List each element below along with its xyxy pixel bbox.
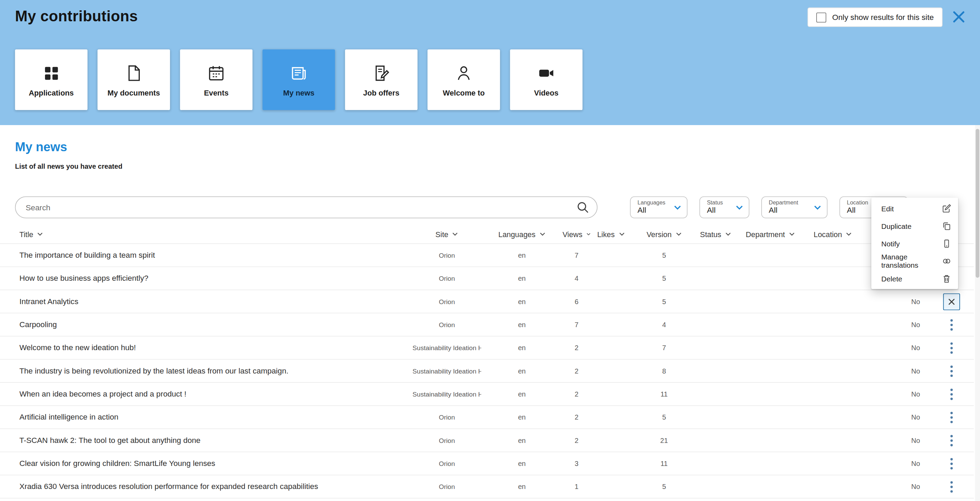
version-cell: 5: [631, 413, 697, 421]
filter-label: Location: [847, 199, 868, 206]
menu-item-notify[interactable]: Notify: [871, 235, 958, 252]
filter-status[interactable]: StatusAll: [700, 196, 749, 219]
search-icon[interactable]: [577, 201, 589, 214]
column-label: Likes: [597, 230, 615, 238]
row-menu-button[interactable]: [943, 386, 960, 402]
column-header-languages[interactable]: Languages: [481, 230, 563, 238]
calendar-icon: [207, 62, 226, 83]
title-cell[interactable]: The importance of building a team spirit: [0, 251, 412, 259]
sort-icon: [619, 232, 625, 236]
section-subtitle: List of all news you have created: [15, 163, 123, 170]
chevron-down-icon: [735, 205, 743, 210]
edit-icon: [942, 203, 951, 213]
actions-cell: [937, 340, 966, 356]
column-header-title[interactable]: Title: [0, 230, 412, 238]
title-cell[interactable]: Clear vision for growing children: Smart…: [0, 459, 412, 467]
filter-bar: LanguagesAllStatusAllDepartmentAllLocati…: [630, 196, 908, 219]
site-cell: Orion: [412, 298, 481, 305]
flag-cell: No: [894, 367, 937, 375]
column-header-site[interactable]: Site: [412, 230, 481, 238]
column-label: Location: [814, 230, 842, 238]
tab-job-offers[interactable]: Job offers: [345, 49, 418, 110]
filter-department[interactable]: DepartmentAll: [761, 196, 827, 219]
actions-cell: [937, 316, 966, 333]
row-menu-button[interactable]: [943, 432, 960, 448]
tab-my-documents[interactable]: My documents: [97, 49, 170, 110]
column-label: Views: [562, 230, 582, 238]
languages-cell: en: [481, 483, 563, 490]
tab-videos[interactable]: Videos: [510, 49, 582, 110]
table-row: Welcome to the new ideation hub!Sustaina…: [0, 337, 974, 359]
tab-applications[interactable]: Applications: [15, 49, 88, 110]
close-button[interactable]: [950, 8, 968, 26]
title-cell[interactable]: Welcome to the new ideation hub!: [0, 343, 412, 352]
vertical-scrollbar[interactable]: [975, 125, 980, 501]
close-row-menu-button[interactable]: [943, 293, 960, 310]
news-icon: [290, 62, 309, 83]
search-input[interactable]: [16, 203, 577, 212]
tab-label: Events: [204, 89, 229, 97]
title-cell[interactable]: Carpooling: [0, 320, 412, 329]
scrollbar-thumb[interactable]: [975, 129, 979, 278]
tab-label: My news: [283, 89, 315, 97]
table-row: Xradia 630 Versa introduces resolution p…: [0, 475, 974, 498]
row-context-menu: EditDuplicateNotifyManage translationsDe…: [871, 198, 958, 289]
table-row: Clear vision for growing children: Smart…: [0, 452, 974, 475]
title-cell[interactable]: When an idea becomes a project and a pro…: [0, 390, 412, 398]
title-cell[interactable]: T-SCAN hawk 2: The tool to get about any…: [0, 436, 412, 445]
title-cell[interactable]: Artificial intelligence in action: [0, 413, 412, 421]
only-this-site-filter[interactable]: Only show results for this site: [808, 8, 942, 27]
actions-cell: [937, 455, 966, 471]
row-menu-button[interactable]: [943, 340, 960, 356]
tab-label: Job offers: [363, 89, 400, 97]
column-header-version[interactable]: Version: [631, 230, 697, 238]
only-this-site-checkbox[interactable]: [816, 12, 827, 22]
column-label: Languages: [498, 230, 535, 238]
chevron-down-icon: [814, 205, 821, 210]
views-cell: 2: [562, 367, 590, 375]
site-cell: Orion: [412, 321, 481, 329]
column-header-location[interactable]: Location: [806, 230, 859, 238]
menu-item-edit[interactable]: Edit: [871, 199, 958, 217]
languages-cell: en: [481, 274, 563, 282]
translations-icon: [942, 256, 951, 265]
views-cell: 6: [562, 298, 590, 305]
title-cell[interactable]: How to use business apps efficiently?: [0, 274, 412, 282]
flag-cell: No: [894, 321, 937, 329]
languages-cell: en: [481, 367, 563, 375]
column-header-department[interactable]: Department: [735, 230, 806, 238]
site-cell: Orion: [412, 483, 481, 490]
video-camera-icon: [537, 62, 556, 83]
filter-languages[interactable]: LanguagesAll: [630, 196, 687, 219]
tab-welcome-to[interactable]: Welcome to: [428, 49, 500, 110]
table-header: TitleSiteLanguagesViewsLikesVersionStatu…: [0, 225, 974, 244]
sort-icon: [846, 232, 852, 236]
flag-cell: No: [894, 390, 937, 398]
tab-events[interactable]: Events: [180, 49, 252, 110]
row-menu-button[interactable]: [943, 455, 960, 471]
tab-label: Applications: [29, 89, 74, 97]
title-cell[interactable]: Intranet Analytics: [0, 297, 412, 306]
views-cell: 3: [562, 460, 590, 467]
languages-cell: en: [481, 460, 563, 467]
languages-cell: en: [481, 436, 563, 444]
row-menu-button[interactable]: [943, 409, 960, 425]
column-header-views[interactable]: Views: [562, 230, 590, 238]
title-cell[interactable]: The industry is being revolutionized by …: [0, 367, 412, 375]
title-cell[interactable]: Xradia 630 Versa introduces resolution p…: [0, 482, 412, 491]
column-header-likes[interactable]: Likes: [590, 230, 631, 238]
column-header-status[interactable]: Status: [697, 230, 735, 238]
menu-item-delete[interactable]: Delete: [871, 270, 958, 287]
site-cell: Sustainability Ideation Hub: [412, 367, 481, 375]
table-body: The importance of building a team spirit…: [0, 244, 974, 499]
views-cell: 2: [562, 390, 590, 398]
tab-my-news[interactable]: My news: [262, 49, 335, 110]
table-row: T-SCAN hawk 2: The tool to get about any…: [0, 429, 974, 452]
row-menu-button[interactable]: [943, 478, 960, 495]
menu-item-duplicate[interactable]: Duplicate: [871, 217, 958, 235]
row-menu-button[interactable]: [943, 316, 960, 333]
version-cell: 5: [631, 252, 697, 259]
row-menu-button[interactable]: [943, 363, 960, 379]
table-row: CarpoolingOrionen74No: [0, 313, 974, 337]
menu-item-manage-translations[interactable]: Manage translations: [871, 252, 958, 270]
